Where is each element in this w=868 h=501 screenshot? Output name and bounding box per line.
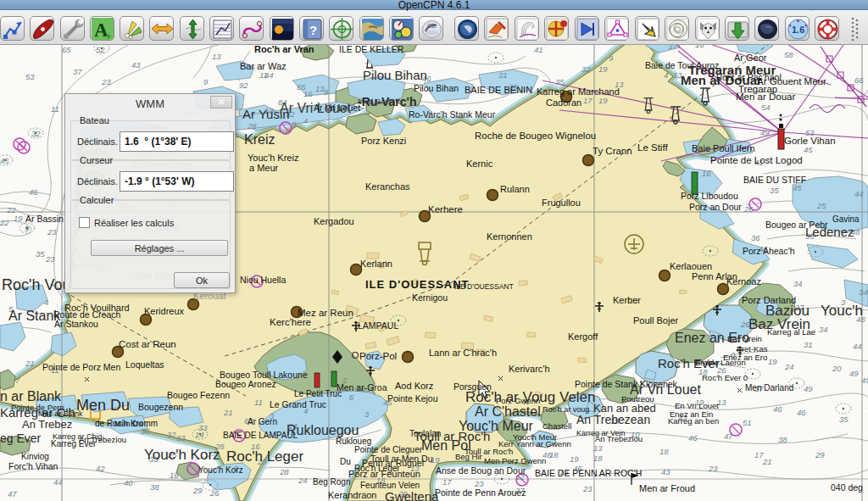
svg-text:49: 49 — [760, 128, 770, 137]
svg-text:44: 44 — [53, 477, 63, 487]
svg-text:92: 92 — [239, 81, 248, 90]
svg-text:Roc'h Leger: Roc'h Leger — [226, 448, 303, 465]
svg-text:BAIE DE PENN AR ROC'H: BAIE DE PENN AR ROC'H — [535, 468, 642, 478]
svg-text:Niou Huella: Niou Huella — [240, 275, 286, 285]
svg-text:GE: GE — [427, 23, 436, 29]
svg-text:LAMPAUL: LAMPAUL — [358, 320, 398, 331]
svg-text:Kernoaz: Kernoaz — [726, 276, 761, 287]
svg-text:Roc'h Vou: Roc'h Vou — [2, 276, 71, 293]
svg-text:25: 25 — [816, 201, 826, 210]
svg-text:1.6: 1.6 — [792, 25, 804, 35]
svg-text:Beg Rogn: Beg Rogn — [313, 477, 350, 487]
svg-text:Bougezenn: Bougezenn — [138, 402, 183, 412]
svg-text:ILE DE KELLER: ILE DE KELLER — [339, 44, 404, 54]
svg-text:Men ar Douar: Men ar Douar — [736, 92, 795, 102]
svg-text:18: 18 — [659, 447, 669, 456]
svg-text:28: 28 — [279, 467, 289, 476]
svg-text:19: 19 — [14, 214, 23, 223]
svg-text:Porz Liboudou: Porz Liboudou — [681, 191, 738, 201]
svg-text:66: 66 — [854, 75, 864, 85]
svg-text:Porz Kenzi: Porz Kenzi — [361, 136, 406, 146]
svg-text:35: 35 — [555, 77, 565, 86]
svg-text:19: 19 — [768, 357, 777, 366]
svg-text:19: 19 — [598, 64, 608, 74]
svg-text:Gavina: Gavina — [832, 214, 860, 224]
svg-text:Aod Korz: Aod Korz — [395, 381, 433, 391]
svg-text:+: + — [105, 30, 112, 41]
svg-text:Roc'h Leger: Roc'h Leger — [354, 464, 400, 473]
svg-text:Youc'h: Youc'h — [821, 303, 863, 319]
svg-text:Pointe de Penn Arouez: Pointe de Penn Arouez — [435, 487, 526, 498]
svg-text:40: 40 — [124, 478, 133, 487]
svg-text:20: 20 — [832, 364, 842, 373]
svg-text:28: 28 — [247, 121, 257, 131]
svg-text:Ar C'hastel: Ar C'hastel — [475, 404, 541, 419]
svg-text:Ar Gern: Ar Gern — [248, 417, 277, 426]
svg-text:Chastell: Chastell — [542, 421, 571, 431]
svg-text:Bar ar Waz: Bar ar Waz — [240, 61, 287, 71]
svg-text:Men ar Froud: Men ar Froud — [639, 483, 695, 493]
svg-text:Kinviog: Kinviog — [21, 452, 49, 461]
svg-text:Youc'h Kreiz: Youc'h Kreiz — [248, 153, 298, 163]
svg-text:Gorle Vihan: Gorle Vihan — [784, 136, 836, 146]
svg-text:040 deg: 040 deg — [831, 482, 863, 493]
svg-text:-Ru-Varc'h: -Ru-Varc'h — [358, 95, 416, 109]
svg-text:49: 49 — [804, 384, 813, 393]
svg-text:4: 4 — [664, 70, 668, 80]
svg-text:23: 23 — [45, 254, 55, 264]
svg-text:43: 43 — [661, 467, 670, 476]
svg-text:Roc'h ar Voug Velen: Roc'h ar Voug Velen — [465, 389, 596, 405]
svg-text:Youc'h Korz: Youc'h Korz — [144, 447, 220, 463]
svg-text:Cadoran: Cadoran — [546, 97, 581, 108]
svg-text:Kerandraon: Kerandraon — [328, 490, 377, 500]
svg-text:42: 42 — [96, 464, 105, 473]
svg-text:47: 47 — [724, 431, 733, 441]
svg-text:Kerr Yann ar Gwenn: Kerr Yann ar Gwenn — [498, 439, 571, 448]
svg-text:49: 49 — [849, 369, 859, 378]
svg-text:49: 49 — [861, 376, 868, 385]
svg-text:21: 21 — [762, 457, 772, 466]
svg-text:34: 34 — [859, 287, 868, 297]
svg-text:47: 47 — [8, 489, 17, 498]
svg-text:Ledenez: Ledenez — [805, 225, 854, 239]
svg-text:Ar Stankou: Ar Stankou — [54, 319, 98, 329]
svg-text:9: 9 — [324, 87, 329, 97]
svg-text:16: 16 — [702, 169, 711, 178]
svg-text:Forc'h Vihan: Forc'h Vihan — [8, 461, 58, 471]
svg-text:Le Petit Truc: Le Petit Truc — [294, 389, 342, 398]
svg-text:19: 19 — [570, 454, 579, 464]
svg-text:Karreg Ever: Karreg Ever — [51, 439, 97, 448]
svg-text:35: 35 — [770, 186, 779, 195]
svg-text:Cost ar Reun: Cost ar Reun — [119, 339, 176, 349]
svg-text:54: 54 — [761, 103, 771, 112]
svg-text:Karreg al Lae: Karreg al Lae — [767, 327, 815, 337]
svg-text:Kerlaouen: Kerlaouen — [670, 261, 712, 271]
svg-text:9: 9 — [203, 77, 209, 86]
svg-text:Du: Du — [340, 457, 351, 466]
svg-text:a Meur: a Meur — [249, 163, 279, 173]
svg-text:29: 29 — [815, 450, 825, 459]
svg-text:eg Ever: eg Ever — [0, 431, 42, 445]
svg-text:26: 26 — [209, 488, 220, 498]
svg-text:44: 44 — [854, 189, 864, 198]
svg-text:Ar Yusin: Ar Yusin — [242, 107, 290, 121]
svg-text:Ar Stank: Ar Stank — [8, 309, 61, 323]
svg-text:Kergoff: Kergoff — [568, 331, 598, 342]
svg-text:65: 65 — [62, 45, 71, 54]
svg-text:Poull Bojer: Poull Bojer — [633, 315, 679, 326]
svg-text:Ro-Varc'h Stank Meur: Ro-Varc'h Stank Meur — [409, 109, 496, 120]
svg-text:Men ar-Groa: Men ar-Groa — [337, 382, 387, 392]
svg-text:Ar Bassin: Ar Bassin — [25, 214, 64, 224]
svg-text:Anse de Boug an Dour: Anse de Boug an Dour — [436, 465, 526, 476]
svg-text:Kernonnen: Kernonnen — [487, 231, 532, 242]
svg-text:Toull ar Men Du: Toull ar Men Du — [370, 454, 433, 464]
svg-text:Keridreux: Keridreux — [144, 306, 185, 316]
svg-text:Kerc'here: Kerc'here — [270, 317, 311, 327]
svg-text:24: 24 — [298, 476, 308, 485]
svg-text:Le Grand Truc: Le Grand Truc — [270, 399, 326, 409]
svg-text:?: ? — [309, 23, 317, 37]
svg-text:23: 23 — [708, 464, 718, 473]
svg-text:9: 9 — [292, 120, 297, 129]
svg-text:Men Du: Men Du — [76, 397, 130, 414]
svg-text:43: 43 — [131, 60, 141, 70]
